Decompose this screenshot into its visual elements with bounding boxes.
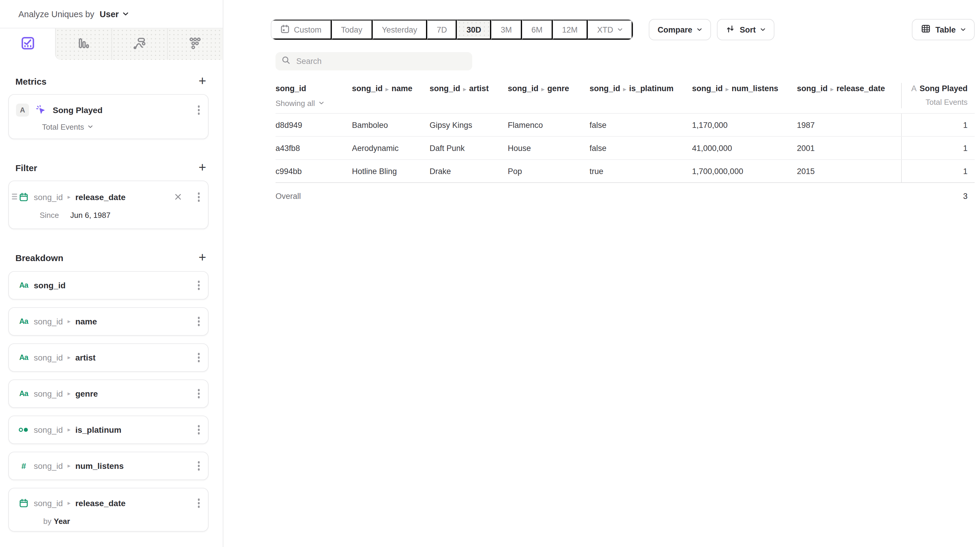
add-filter-button[interactable]: +	[197, 162, 207, 173]
breakdown-bucket-dropdown[interactable]: byYear	[43, 517, 201, 526]
date-range-7d[interactable]: 7D	[427, 19, 457, 40]
filter-value[interactable]: Jun 6, 1987	[70, 211, 110, 219]
breakdown-kebab-menu[interactable]	[196, 387, 201, 401]
drag-handle-icon[interactable]	[12, 193, 17, 200]
table-row: c994bb Hotline Bling Drake Pop true 1,70…	[275, 160, 975, 183]
column-header-release-date[interactable]: song_id▸release_date	[797, 83, 901, 108]
filter-card[interactable]: song_id ▸ release_date Since Jun 6, 1987	[8, 181, 208, 229]
boolean-type-icon	[18, 427, 29, 433]
flows-icon	[132, 36, 146, 52]
showing-all-dropdown[interactable]: Showing all	[275, 98, 324, 108]
number-type-icon: #	[18, 461, 29, 471]
tab-retention[interactable]	[167, 29, 223, 60]
column-header-song-id[interactable]: song_id Showing all	[275, 83, 352, 108]
cell-song-id: a43fb8	[275, 144, 352, 152]
breakdown-card-num-listens[interactable]: # song_id ▸ num_listens	[8, 452, 208, 480]
breakdown-card-artist[interactable]: Aa song_id ▸ artist	[8, 343, 208, 372]
breakdown-card-song-id[interactable]: Aa song_id	[8, 271, 208, 300]
tab-insights[interactable]	[0, 29, 56, 60]
breakdown-kebab-menu[interactable]	[196, 496, 201, 510]
remove-filter-icon[interactable]	[173, 193, 182, 201]
date-range-30d[interactable]: 30D	[457, 19, 492, 40]
chevron-down-icon	[760, 28, 766, 32]
tab-bar-chart[interactable]	[56, 29, 111, 60]
view-type-button[interactable]: Table	[912, 19, 975, 40]
date-range-3m[interactable]: 3M	[491, 19, 522, 40]
date-range-yesterday[interactable]: Yesterday	[372, 19, 427, 40]
metric-measurement-dropdown[interactable]: Total Events	[42, 122, 201, 131]
breakdown-subproperty: is_platinum	[75, 425, 121, 434]
add-breakdown-button[interactable]: +	[197, 252, 207, 263]
chevron-down-icon	[697, 28, 702, 32]
chevron-down-icon	[318, 101, 324, 105]
compare-button[interactable]: Compare	[649, 19, 711, 40]
chevron-down-icon	[617, 28, 623, 32]
cell-num-listens: 1,700,000,000	[692, 166, 797, 176]
subproperty-arrow-icon: ▸	[68, 391, 70, 396]
date-range-xtd[interactable]: XTD	[588, 19, 633, 40]
breakdown-card-release-date[interactable]: song_id ▸ release_date byYear	[8, 488, 208, 532]
text-type-icon: Aa	[18, 281, 29, 290]
query-builder-body: Metrics + A Song Played Total Events	[0, 60, 223, 547]
subproperty-arrow-icon: ▸	[68, 500, 70, 506]
breakdown-kebab-menu[interactable]	[196, 279, 201, 292]
calendar-icon	[280, 24, 290, 35]
breakdown-subproperty: num_listens	[75, 461, 124, 471]
chevron-down-icon	[961, 28, 966, 32]
metrics-section-header: Metrics +	[8, 75, 208, 87]
retention-dots-icon	[188, 36, 202, 52]
subproperty-arrow-icon: ▸	[831, 86, 834, 92]
query-builder-sidebar: Analyze Uniques by User	[0, 0, 223, 547]
filter-kebab-menu[interactable]	[196, 190, 201, 204]
breakdown-kebab-menu[interactable]	[196, 315, 201, 328]
date-range-today[interactable]: Today	[331, 19, 372, 40]
date-range-6m[interactable]: 6M	[522, 19, 553, 40]
add-metric-button[interactable]: +	[197, 75, 207, 87]
filter-subproperty: release_date	[75, 192, 126, 202]
cell-name: Hotline Bling	[352, 166, 430, 176]
breakdown-kebab-menu[interactable]	[196, 423, 201, 437]
column-header-artist[interactable]: song_id▸artist	[430, 83, 508, 108]
metric-card[interactable]: A Song Played Total Events	[8, 94, 208, 139]
sort-button[interactable]: Sort	[717, 19, 775, 40]
tab-flows[interactable]	[111, 29, 167, 60]
metric-kebab-menu[interactable]	[196, 103, 201, 117]
column-header-name[interactable]: song_id▸name	[352, 83, 430, 108]
visualization-tabs	[0, 29, 223, 60]
analyze-label: Analyze Uniques by	[18, 9, 94, 19]
cell-song-id: d8d949	[275, 120, 352, 129]
breakdown-kebab-menu[interactable]	[196, 459, 201, 473]
breakdown-property: song_id	[34, 281, 65, 290]
breakdown-section-header: Breakdown +	[8, 252, 208, 263]
breakdown-card-is-platinum[interactable]: song_id ▸ is_platinum	[8, 415, 208, 444]
search-icon	[282, 55, 290, 67]
date-range-custom[interactable]: Custom	[271, 19, 331, 40]
date-range-12m[interactable]: 12M	[552, 19, 588, 40]
sort-arrows-icon	[726, 24, 735, 35]
column-header-metric[interactable]: ASong Played Total Events	[901, 83, 975, 108]
cell-name: Aerodynamic	[352, 144, 430, 152]
cell-release-date: 2015	[797, 166, 901, 176]
column-header-num-listens[interactable]: song_id▸num_listens	[692, 83, 797, 108]
column-header-genre[interactable]: song_id▸genre	[508, 83, 590, 108]
calendar-icon	[18, 498, 29, 508]
analyze-entity-dropdown[interactable]: User	[100, 9, 119, 19]
column-header-is-platinum[interactable]: song_id▸is_platinum	[590, 83, 692, 108]
cell-release-date: 1987	[797, 120, 901, 129]
breakdown-property: song_id	[34, 353, 63, 362]
breakdown-card-name[interactable]: Aa song_id ▸ name	[8, 307, 208, 336]
filter-section-header: Filter +	[8, 162, 208, 173]
breakdown-kebab-menu[interactable]	[196, 351, 201, 365]
search-input[interactable]	[295, 56, 466, 66]
cell-artist: Drake	[430, 166, 508, 176]
table-row: d8d949 Bamboleo Gipsy Kings Flamenco fal…	[275, 114, 975, 137]
filter-operator-dropdown[interactable]: Since	[40, 211, 59, 219]
cell-artist: Daft Punk	[430, 144, 508, 152]
cell-is-platinum: true	[590, 166, 692, 176]
cell-metric-value: 1	[901, 137, 975, 159]
breakdown-card-genre[interactable]: Aa song_id ▸ genre	[8, 379, 208, 408]
chevron-down-icon	[123, 12, 129, 16]
filter-title: Filter	[15, 162, 37, 173]
breakdown-property: song_id	[34, 461, 63, 471]
overall-value: 3	[901, 192, 975, 200]
